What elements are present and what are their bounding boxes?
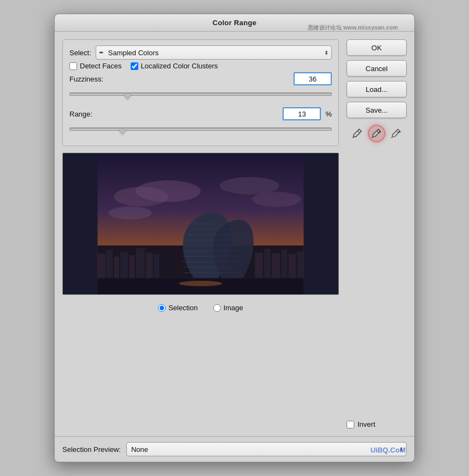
select-label: Select: — [69, 49, 91, 57]
eyedropper-subtract-button[interactable]: − — [388, 125, 405, 142]
dialog-title: Color Range — [213, 19, 257, 27]
image-radio-item[interactable]: Image — [213, 304, 243, 312]
svg-text:−: − — [398, 129, 401, 135]
ok-button[interactable]: OK — [347, 39, 407, 56]
fuzziness-input[interactable] — [294, 72, 332, 85]
selection-label: Selection — [168, 304, 197, 312]
selection-radio[interactable] — [158, 304, 166, 312]
eyedropper-add-button[interactable]: + — [368, 125, 385, 142]
eyedropper-sample-icon — [351, 128, 362, 139]
eyedropper-add-icon: + — [371, 128, 382, 139]
selection-preview-label: Selection Preview: — [62, 445, 121, 454]
detect-faces-label: Detect Faces — [80, 62, 122, 70]
title-bar: Color Range 思绪设计论坛 www.missyuan.com — [55, 14, 414, 32]
preview-area — [62, 153, 339, 295]
selection-preview-wrapper: None Grayscale Black Matte White Matte Q… — [126, 442, 407, 456]
dialog-body: Select: ✒ Sampled Colors Reds Yellows Gr… — [55, 32, 414, 436]
select-wrapper: ✒ Sampled Colors Reds Yellows Greens Cya… — [96, 45, 332, 60]
image-label: Image — [224, 304, 243, 312]
invert-label: Invert — [357, 420, 376, 428]
color-range-dialog: Color Range 思绪设计论坛 www.missyuan.com Sele… — [54, 14, 415, 462]
selection-preview-dropdown[interactable]: None Grayscale Black Matte White Matte Q… — [126, 442, 407, 456]
bottom-bar: Selection Preview: None Grayscale Black … — [55, 436, 414, 462]
fuzziness-slider-track[interactable] — [69, 92, 332, 96]
svg-point-4 — [220, 177, 279, 195]
svg-text:+: + — [378, 130, 381, 135]
svg-point-46 — [179, 281, 222, 286]
main-group: Select: ✒ Sampled Colors Reds Yellows Gr… — [62, 39, 339, 146]
city-preview-svg — [63, 153, 338, 294]
invert-row: Invert — [347, 420, 407, 428]
fuzziness-label: Fuzziness: — [69, 75, 113, 83]
watermark: 思绪设计论坛 www.missyuan.com — [308, 24, 398, 32]
range-input[interactable] — [283, 107, 321, 120]
detect-faces-item[interactable]: Detect Faces — [69, 62, 122, 70]
range-percent: % — [325, 110, 332, 118]
svg-line-50 — [372, 137, 373, 138]
svg-line-53 — [391, 137, 392, 138]
eyedropper-tools: + − — [347, 125, 407, 142]
invert-checkbox[interactable] — [347, 421, 354, 428]
select-row: Select: ✒ Sampled Colors Reds Yellows Gr… — [69, 45, 332, 60]
selection-radio-item[interactable]: Selection — [158, 304, 197, 312]
detect-faces-checkbox[interactable] — [69, 62, 77, 70]
checkboxes-row: Detect Faces Localized Color Clusters — [69, 62, 332, 70]
fuzziness-slider-thumb[interactable] — [123, 94, 132, 100]
range-slider-track[interactable] — [69, 127, 332, 131]
load-button[interactable]: Load... — [347, 81, 407, 97]
svg-line-48 — [353, 137, 354, 138]
range-label: Range: — [69, 110, 113, 118]
image-radio[interactable] — [213, 304, 221, 312]
eyedropper-sample-button[interactable] — [348, 125, 366, 142]
cancel-button[interactable]: Cancel — [347, 60, 407, 77]
fuzziness-row: Fuzziness: — [69, 72, 332, 85]
fuzziness-slider-container[interactable] — [69, 86, 332, 102]
select-dropdown[interactable]: Sampled Colors Reds Yellows Greens Cyans… — [96, 45, 332, 60]
eyedropper-subtract-icon: − — [391, 128, 402, 139]
localized-color-clusters-label: Localized Color Clusters — [141, 62, 218, 70]
range-slider-thumb[interactable] — [118, 129, 127, 135]
localized-color-clusters-item[interactable]: Localized Color Clusters — [131, 62, 218, 70]
left-panel: Select: ✒ Sampled Colors Reds Yellows Gr… — [62, 39, 339, 428]
range-slider-container[interactable] — [69, 121, 332, 137]
save-button[interactable]: Save... — [347, 102, 407, 118]
svg-point-3 — [136, 181, 201, 202]
radio-row: Selection Image — [62, 304, 339, 312]
svg-point-5 — [252, 191, 301, 207]
svg-point-6 — [108, 206, 151, 219]
range-row: Range: % — [69, 107, 332, 120]
right-panel: OK Cancel Load... Save... — [347, 39, 407, 428]
localized-color-clusters-checkbox[interactable] — [131, 62, 138, 70]
